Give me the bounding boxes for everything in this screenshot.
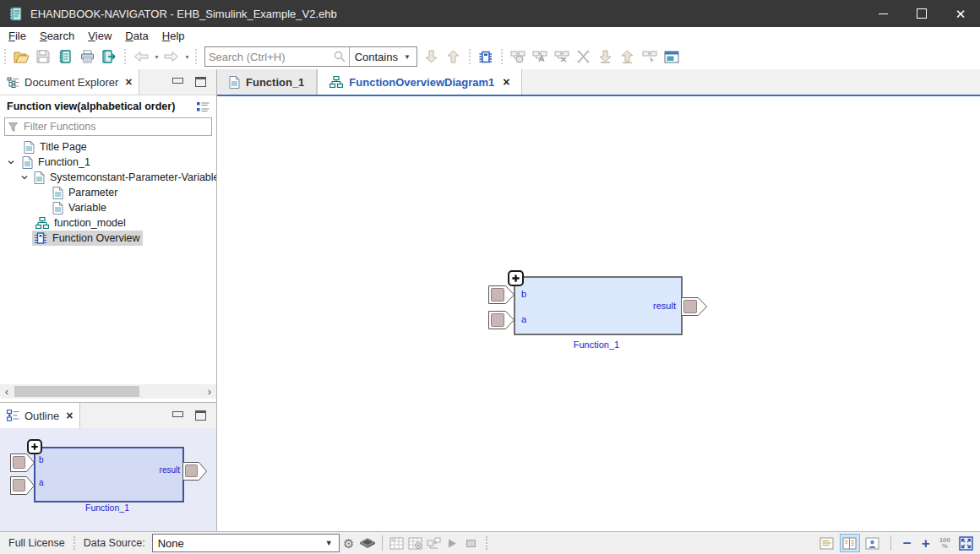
chevron-down-icon: ▼ bbox=[325, 539, 333, 547]
function-block[interactable]: b a result bbox=[514, 276, 683, 335]
menu-help[interactable]: Help bbox=[155, 27, 192, 44]
zoom-out-button[interactable]: − bbox=[900, 536, 915, 551]
outline-tab-strip: Outline × bbox=[0, 403, 216, 429]
search-box: Contains ▼ bbox=[204, 46, 417, 67]
forward-button[interactable] bbox=[161, 46, 182, 67]
output-port-result[interactable] bbox=[681, 297, 707, 316]
document-explorer-panel: Document Explorer × Function view(alphab… bbox=[0, 69, 217, 532]
filter-functions-input[interactable] bbox=[22, 120, 208, 133]
scrollbar-thumb[interactable] bbox=[14, 386, 139, 397]
input-port-label: b bbox=[39, 455, 44, 464]
view-menu-icon[interactable] bbox=[197, 101, 210, 112]
input-port-b[interactable] bbox=[10, 454, 35, 472]
stop-measurement-icon bbox=[462, 535, 481, 551]
save-button[interactable] bbox=[32, 46, 54, 67]
menu-file[interactable]: File bbox=[0, 27, 33, 44]
open-file-button[interactable] bbox=[10, 46, 32, 67]
zoom-100-button[interactable]: 100 % bbox=[937, 537, 953, 549]
data-settings-gear-icon[interactable]: ⚙ bbox=[340, 535, 358, 551]
diagram-remove-button[interactable] bbox=[551, 46, 573, 67]
diagram-parameter-button[interactable] bbox=[507, 46, 529, 67]
search-mode-dropdown[interactable]: Contains ▼ bbox=[349, 47, 416, 66]
single-page-view-icon[interactable] bbox=[818, 535, 836, 551]
toolbar-grip bbox=[124, 49, 126, 64]
toolbar-grip bbox=[501, 49, 503, 64]
tree-item-parameter[interactable]: Parameter bbox=[0, 185, 216, 200]
menu-data[interactable]: Data bbox=[118, 27, 155, 44]
search-input[interactable] bbox=[205, 51, 330, 63]
branch-compare-button[interactable] bbox=[573, 46, 595, 67]
function-overview-button[interactable] bbox=[475, 46, 497, 67]
maximize-panel-icon[interactable] bbox=[195, 77, 206, 87]
tree-item-label: Variable bbox=[68, 202, 106, 214]
editor-area: Function_1 FunctionOverviewDiagram1 × b … bbox=[217, 69, 980, 532]
diagram-annotation-button[interactable] bbox=[529, 46, 551, 67]
show-window-button[interactable] bbox=[661, 46, 683, 67]
tab-function-1[interactable]: Function_1 bbox=[217, 69, 317, 95]
next-result-button[interactable] bbox=[421, 46, 443, 67]
ecu-icon[interactable] bbox=[358, 535, 377, 551]
input-port-a[interactable] bbox=[10, 476, 35, 495]
expand-block-icon[interactable] bbox=[27, 439, 42, 454]
chevron-down-icon[interactable] bbox=[20, 173, 29, 182]
close-tab-icon[interactable]: × bbox=[503, 75, 509, 89]
maximize-button[interactable] bbox=[902, 0, 941, 27]
output-port-label: result bbox=[653, 301, 676, 311]
minimize-panel-icon[interactable] bbox=[172, 78, 183, 84]
tree-item-function-model[interactable]: function_model bbox=[0, 215, 216, 231]
maximize-panel-icon[interactable] bbox=[195, 410, 206, 421]
tree-item-label: function_model bbox=[54, 217, 126, 229]
scroll-left-icon[interactable]: ‹ bbox=[0, 384, 14, 399]
output-port-result[interactable] bbox=[182, 462, 207, 481]
statusbar-separator bbox=[74, 536, 75, 550]
tree-item-systemconstant[interactable]: Systemconstant-Parameter-Variable-( bbox=[0, 170, 216, 185]
outline-function-block[interactable]: b a result bbox=[34, 447, 184, 502]
minimize-button[interactable] bbox=[863, 0, 902, 27]
previous-result-button[interactable] bbox=[443, 46, 465, 67]
function-overview-icon bbox=[34, 231, 47, 245]
fit-to-view-icon[interactable] bbox=[956, 535, 975, 551]
tab-document-explorer[interactable]: Document Explorer × bbox=[0, 69, 139, 95]
scroll-right-icon[interactable]: › bbox=[203, 384, 216, 399]
back-button[interactable] bbox=[130, 46, 152, 67]
menu-search[interactable]: Search bbox=[33, 27, 81, 44]
filter-icon bbox=[8, 122, 18, 132]
tree-item-variable[interactable]: Variable bbox=[0, 200, 216, 215]
outline-viewport[interactable]: b a result Function_1 bbox=[0, 428, 216, 532]
import-data-button[interactable] bbox=[595, 46, 617, 67]
tab-function-overview-diagram1[interactable]: FunctionOverviewDiagram1 × bbox=[317, 69, 522, 95]
view-title: Function view(alphabetical order) bbox=[7, 100, 175, 112]
close-tab-icon[interactable]: × bbox=[66, 409, 73, 422]
tree-item-label: Parameter bbox=[68, 187, 117, 198]
split-view-icon[interactable] bbox=[840, 534, 860, 552]
tree-item-function-1[interactable]: Function_1 bbox=[0, 155, 216, 170]
scrollbar-track[interactable] bbox=[14, 384, 203, 399]
input-port-a[interactable] bbox=[488, 311, 514, 329]
input-port-b[interactable] bbox=[488, 285, 514, 304]
expand-block-icon[interactable] bbox=[508, 270, 524, 286]
print-button[interactable] bbox=[76, 46, 98, 67]
diagram-select-button[interactable] bbox=[639, 46, 661, 67]
measure-grid-icon bbox=[388, 535, 406, 551]
data-source-dropdown[interactable]: None ▼ bbox=[152, 534, 340, 552]
tab-outline[interactable]: Outline × bbox=[0, 403, 80, 428]
open-handbook-button[interactable] bbox=[54, 46, 76, 67]
close-button[interactable]: ✕ bbox=[941, 0, 980, 27]
tree-item-title-page[interactable]: Title Page bbox=[0, 139, 216, 155]
tree-item-function-overview[interactable]: Function Overview bbox=[0, 231, 216, 246]
menu-view[interactable]: View bbox=[81, 27, 118, 44]
export-handbook-button[interactable] bbox=[98, 46, 120, 67]
license-status: Full License bbox=[0, 537, 68, 549]
zoom-in-button[interactable]: + bbox=[918, 536, 934, 551]
zoom-100-bottom: % bbox=[942, 543, 948, 549]
back-history-dropdown[interactable]: ▼ bbox=[154, 54, 160, 60]
close-tab-icon[interactable]: × bbox=[125, 75, 132, 89]
forward-history-dropdown[interactable]: ▼ bbox=[184, 54, 190, 60]
toolbar-grip bbox=[469, 49, 471, 64]
explorer-tab-strip: Document Explorer × bbox=[0, 69, 216, 95]
minimize-panel-icon[interactable] bbox=[172, 411, 183, 417]
presentation-view-icon[interactable] bbox=[863, 535, 882, 551]
export-data-button[interactable] bbox=[617, 46, 639, 67]
diagram-canvas[interactable]: b a result Function_1 bbox=[217, 96, 980, 532]
chevron-down-icon[interactable] bbox=[5, 158, 17, 166]
